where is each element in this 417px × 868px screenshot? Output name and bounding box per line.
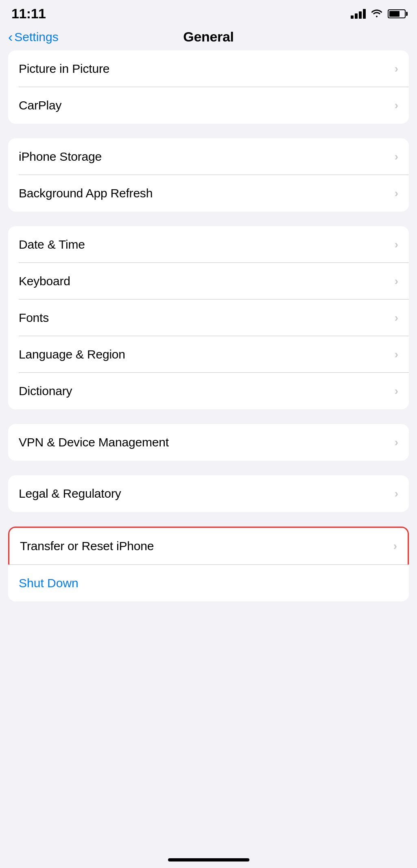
- chevron-right-icon: ›: [395, 151, 398, 162]
- row-label-keyboard: Keyboard: [19, 274, 70, 288]
- chevron-right-icon: ›: [395, 239, 398, 250]
- list-item-fonts[interactable]: Fonts ›: [8, 300, 409, 336]
- list-item-carplay[interactable]: CarPlay ›: [8, 87, 409, 124]
- status-time: 11:11: [11, 6, 46, 22]
- home-indicator: [168, 858, 249, 861]
- settings-content: Picture in Picture › CarPlay › iPhone St…: [0, 50, 417, 601]
- list-item-vpn-device-management[interactable]: VPN & Device Management ›: [8, 424, 409, 461]
- chevron-right-icon: ›: [395, 488, 398, 499]
- battery-icon: [388, 9, 406, 18]
- chevron-right-icon: ›: [395, 312, 398, 324]
- row-label-legal-regulatory: Legal & Regulatory: [19, 487, 121, 501]
- chevron-right-icon: ›: [395, 63, 398, 74]
- list-item-dictionary[interactable]: Dictionary ›: [8, 373, 409, 409]
- chevron-right-icon: ›: [395, 349, 398, 360]
- list-item-keyboard[interactable]: Keyboard ›: [8, 263, 409, 300]
- row-label-carplay: CarPlay: [19, 98, 61, 112]
- back-button[interactable]: ‹ Settings: [8, 30, 59, 44]
- chevron-right-icon: ›: [395, 275, 398, 287]
- row-label-picture-in-picture: Picture in Picture: [19, 62, 109, 76]
- settings-group-3: Date & Time › Keyboard › Fonts › Languag…: [8, 226, 409, 409]
- list-item-language-region[interactable]: Language & Region ›: [8, 336, 409, 373]
- row-label-iphone-storage: iPhone Storage: [19, 150, 102, 164]
- chevron-right-icon: ›: [395, 100, 398, 111]
- back-chevron-icon: ‹: [8, 30, 13, 44]
- list-item-legal-regulatory[interactable]: Legal & Regulatory ›: [8, 475, 409, 512]
- chevron-right-icon: ›: [393, 540, 397, 552]
- status-icons: [351, 8, 406, 20]
- row-label-dictionary: Dictionary: [19, 384, 72, 398]
- row-label-vpn-device-management: VPN & Device Management: [19, 435, 169, 449]
- list-item-transfer-reset[interactable]: Transfer or Reset iPhone ›: [9, 528, 408, 564]
- signal-bars-icon: [351, 9, 366, 19]
- row-label-date-time: Date & Time: [19, 238, 85, 251]
- settings-group-2: iPhone Storage › Background App Refresh …: [8, 138, 409, 212]
- chevron-right-icon: ›: [395, 437, 398, 448]
- shut-down-label: Shut Down: [19, 576, 79, 590]
- chevron-right-icon: ›: [395, 188, 398, 199]
- row-label-language-region: Language & Region: [19, 348, 125, 361]
- status-bar: 11:11: [0, 0, 417, 26]
- settings-group-5: Legal & Regulatory ›: [8, 475, 409, 512]
- nav-header: ‹ Settings General: [0, 26, 417, 50]
- list-item-iphone-storage[interactable]: iPhone Storage ›: [8, 138, 409, 175]
- list-item-picture-in-picture[interactable]: Picture in Picture ›: [8, 50, 409, 87]
- row-label-background-app-refresh: Background App Refresh: [19, 186, 153, 200]
- row-label-fonts: Fonts: [19, 311, 49, 325]
- list-item-background-app-refresh[interactable]: Background App Refresh ›: [8, 175, 409, 212]
- back-label: Settings: [14, 30, 58, 44]
- page-title: General: [183, 29, 234, 45]
- settings-group-1: Picture in Picture › CarPlay ›: [8, 50, 409, 124]
- settings-group-4: VPN & Device Management ›: [8, 424, 409, 461]
- transfer-shutdown-section: Transfer or Reset iPhone › Shut Down: [8, 527, 409, 601]
- list-item-date-time[interactable]: Date & Time ›: [8, 226, 409, 263]
- chevron-right-icon: ›: [395, 385, 398, 397]
- row-label-transfer-reset: Transfer or Reset iPhone: [20, 539, 154, 553]
- wifi-icon: [371, 8, 383, 20]
- list-item-shut-down[interactable]: Shut Down: [8, 565, 409, 601]
- shut-down-group: Shut Down: [8, 564, 409, 601]
- settings-group-transfer-reset: Transfer or Reset iPhone ›: [8, 527, 409, 564]
